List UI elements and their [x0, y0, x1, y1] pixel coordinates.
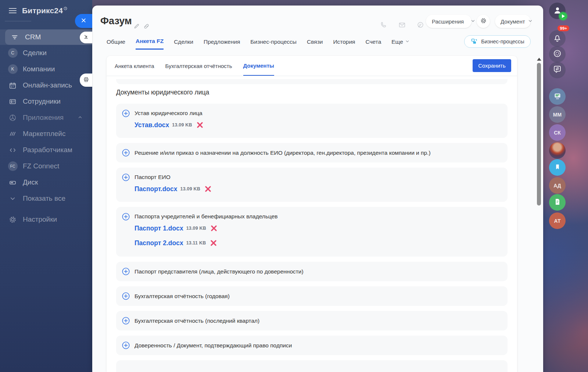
document-row: Бухгалтерская отчётность (годовая)	[116, 286, 508, 306]
bp-icon	[470, 37, 478, 46]
sidebar-item-online-booking[interactable]: Онлайн-запись	[0, 77, 92, 93]
chevron-up-icon[interactable]	[78, 114, 83, 122]
settings-button[interactable]	[477, 15, 490, 28]
chat-avatar-ck[interactable]: СК	[549, 124, 566, 141]
document-row: Бухгалтерская отчётность (последний квар…	[116, 311, 508, 330]
sidebar-item-settings[interactable]: Настройки	[0, 211, 92, 228]
add-file-button[interactable]	[122, 149, 130, 157]
sidebar-item-employees[interactable]: Сотрудники	[0, 93, 92, 110]
company-detail-window: Фазум Расширения Документ Общие Анкета F…	[92, 6, 543, 372]
apps-icon	[8, 113, 18, 123]
gear-icon	[8, 215, 18, 225]
news-channel-avatar[interactable]	[549, 194, 566, 211]
tab-relations[interactable]: Связи	[307, 38, 323, 50]
menu-hamburger-icon[interactable]	[9, 8, 17, 13]
file-link[interactable]: Паспорт 2.docx	[135, 239, 183, 247]
add-file-button[interactable]	[122, 213, 130, 221]
bell-icon	[553, 33, 562, 44]
tab-history[interactable]: История	[333, 38, 355, 50]
delete-file-button[interactable]	[211, 225, 217, 232]
tab-anketa-fz[interactable]: Анкета FZ	[136, 38, 164, 50]
business-processes-button[interactable]: Бизнес-процессы	[464, 35, 531, 48]
sidebar-item-marketplace[interactable]: Маркетплейс	[0, 126, 92, 142]
tab-quotes[interactable]: Предложения	[204, 38, 240, 50]
deals-badge-icon: C	[8, 48, 18, 58]
print-button[interactable]	[80, 74, 92, 87]
add-file-button[interactable]	[122, 317, 130, 325]
title-actions	[133, 23, 150, 31]
delete-file-button[interactable]	[197, 122, 203, 128]
sidebar-item-crm[interactable]: CRM	[5, 29, 92, 45]
user-avatar[interactable]	[549, 3, 566, 19]
add-file-button[interactable]	[122, 292, 130, 300]
chat-avatar-photo[interactable]	[549, 142, 566, 159]
clock-icon	[64, 7, 67, 11]
notifications-button[interactable]: 99+	[549, 30, 566, 47]
sidebar-item-developers[interactable]: Разработчикам	[0, 142, 92, 158]
sidebar-item-companies[interactable]: K Компании	[0, 61, 92, 77]
sidebar-item-label: Разработчикам	[23, 146, 72, 154]
file-link[interactable]: Устав.docx	[135, 121, 169, 129]
add-file-button[interactable]	[122, 110, 130, 117]
drive-icon	[8, 178, 18, 187]
sidebar-item-show-all[interactable]: Показать все	[0, 190, 92, 207]
file-size: 13.09 KB	[186, 226, 206, 231]
tab-deals[interactable]: Сделки	[174, 38, 193, 50]
tab-client-form[interactable]: Анкета клиента	[115, 56, 154, 76]
close-slider-button[interactable]	[75, 14, 92, 28]
chat-avatar-mm[interactable]: MM	[549, 106, 566, 123]
add-file-button[interactable]	[122, 341, 130, 349]
chevron-down-icon[interactable]	[528, 18, 533, 25]
tab-documents[interactable]: Документы	[243, 56, 274, 76]
delete-file-button[interactable]	[205, 186, 211, 192]
messenger-button[interactable]	[549, 62, 566, 78]
sidebar-item-label: Онлайн-запись	[23, 81, 72, 89]
left-sidebar: Битрикс24 CRM C Сделки K Компании Онлайн…	[0, 0, 92, 372]
status-play-badge[interactable]	[559, 12, 567, 20]
document-label: Документ	[501, 18, 525, 25]
bitrix24-logo[interactable]: Битрикс24	[22, 6, 67, 15]
helpdesk-button[interactable]	[549, 46, 566, 62]
phone-icon[interactable]	[380, 21, 388, 31]
document-dropdown[interactable]: Документ	[495, 15, 531, 28]
document-title: Паспорта учредителей и бенефициарных вла…	[135, 213, 278, 220]
tab-general[interactable]: Общие	[107, 38, 125, 50]
copy-link-icon[interactable]	[143, 23, 150, 31]
extensions-dropdown[interactable]: Расширения	[426, 15, 472, 28]
document-title: Бухгалтерская отчётность (годовая)	[135, 293, 230, 300]
vertical-scrollbar[interactable]	[536, 56, 542, 372]
edit-title-icon[interactable]	[133, 23, 140, 31]
add-file-button[interactable]	[122, 268, 130, 275]
documents-panel: Документы юридического лица Устав юридич…	[107, 79, 517, 372]
sidebar-item-apps[interactable]: Приложения	[0, 110, 92, 126]
sidebar-item-drive[interactable]: Диск	[0, 174, 92, 190]
monitor-icon	[553, 91, 562, 102]
scrollbar-thumb[interactable]	[537, 63, 541, 205]
section-title: Документы юридического лица	[116, 89, 508, 96]
tab-business-processes[interactable]: Бизнес-процессы	[250, 38, 297, 50]
attached-file: Устав.docx 13.09 KB	[135, 120, 203, 130]
document-title: Устав юридического лица	[135, 110, 203, 117]
delete-file-button[interactable]	[210, 240, 217, 246]
chat-bot-avatar[interactable]	[549, 88, 566, 105]
sidebar-item-fz-connect[interactable]: FC FZ Connect	[0, 158, 92, 174]
chevron-down-icon[interactable]	[470, 18, 476, 25]
saved-messages-button[interactable]	[549, 159, 566, 176]
scroll-up-arrow[interactable]	[537, 58, 541, 61]
mail-icon[interactable]	[398, 21, 406, 31]
tab-invoices[interactable]: Счета	[366, 38, 381, 50]
save-button[interactable]: Сохранить	[473, 59, 511, 72]
chat-icon[interactable]	[416, 21, 424, 31]
chat-avatar-at[interactable]: АТ	[549, 212, 566, 229]
collapse-slider-button[interactable]	[80, 32, 92, 43]
sidebar-item-label: FZ Connect	[23, 162, 59, 170]
file-link[interactable]: Паспорт 1.docx	[135, 225, 183, 232]
tab-more[interactable]: Еще	[391, 38, 410, 50]
chat-avatar-ad[interactable]: АД	[549, 177, 566, 194]
document-title: Паспорт представителя (лица, действующег…	[135, 268, 304, 275]
file-link[interactable]: Паспорт.docx	[135, 185, 178, 193]
attached-file: Паспорт 1.docx 13.09 KB	[135, 223, 278, 233]
tab-accounting-reports[interactable]: Бухгалтерская отчётность	[165, 56, 232, 76]
sidebar-item-deals[interactable]: C Сделки	[0, 45, 92, 61]
add-file-button[interactable]	[122, 174, 130, 181]
